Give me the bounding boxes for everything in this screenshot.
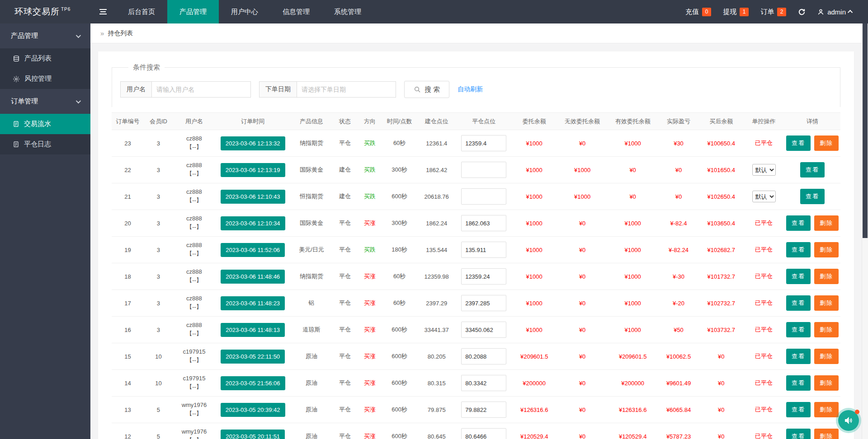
orders-label: 订单 [760, 8, 774, 16]
order-time-button[interactable]: 2023-03-06 12:13:32 [221, 136, 285, 150]
close-point-input[interactable] [461, 375, 506, 391]
closed-status-label: 已平仓 [755, 299, 773, 306]
refresh-icon[interactable] [798, 8, 806, 16]
delete-button[interactable]: 删除 [814, 135, 839, 151]
close-point-input[interactable] [461, 162, 506, 178]
menu-toggle-icon[interactable] [90, 0, 116, 23]
delete-button[interactable]: 删除 [814, 322, 839, 337]
view-button[interactable]: 查看 [800, 189, 825, 204]
column-header: 详情 [784, 113, 840, 130]
close-point-input[interactable] [461, 295, 506, 311]
close-point-input[interactable] [461, 428, 506, 439]
sound-notification-button[interactable] [838, 410, 859, 431]
auto-refresh-link[interactable]: 自动刷新 [458, 85, 483, 93]
order-time-button[interactable]: 2023-03-06 11:52:06 [221, 243, 285, 257]
control-select[interactable]: 默认 [752, 164, 776, 176]
order-time-button[interactable]: 2023-03-06 11:48:23 [221, 296, 285, 310]
view-button[interactable]: 查看 [786, 402, 811, 417]
nav-menu-item-3[interactable]: 信息管理 [270, 0, 322, 23]
username-subtext: 【--】 [175, 196, 214, 205]
close-point-input[interactable] [461, 322, 506, 338]
order-row: 183cz888【--】2023-03-06 11:48:46纳指期货平仓买涨6… [112, 263, 840, 290]
order-time-button[interactable]: 2023-03-05 21:56:06 [221, 376, 285, 390]
order-time-button[interactable]: 2023-03-05 20:11:51 [221, 430, 285, 439]
sidebar-item-close-log[interactable]: 平仓日志 [0, 134, 90, 154]
view-button[interactable]: 查看 [800, 162, 825, 177]
open-point-cell: 80.205 [417, 343, 456, 370]
order-time-button[interactable]: 2023-03-06 11:48:46 [221, 270, 285, 284]
search-button[interactable]: 搜 索 [404, 81, 449, 98]
sidebar-item-risk-control[interactable]: 风控管理 [0, 69, 90, 89]
view-button[interactable]: 查看 [786, 349, 811, 364]
control-select[interactable]: 默认 [752, 191, 776, 202]
control-cell: 已平仓 [743, 263, 784, 290]
after-balance-cell: ¥101650.4 [699, 157, 743, 183]
sidebar-group-orders[interactable]: 订单管理 [0, 89, 90, 114]
order-time-button[interactable]: 2023-03-05 22:11:50 [221, 350, 285, 364]
view-button[interactable]: 查看 [786, 375, 811, 391]
sidebar-item-product-list[interactable]: 产品列表 [0, 48, 90, 69]
direction-label: 买涨 [364, 433, 376, 439]
after-balance-cell: ¥102682.7 [699, 237, 743, 263]
order-time-button[interactable]: 2023-03-06 12:10:43 [221, 190, 285, 204]
order-time-button[interactable]: 2023-03-06 12:10:34 [221, 216, 285, 230]
open-point-cell: 1862.42 [417, 157, 456, 183]
order-time-button[interactable]: 2023-03-05 20:39:42 [221, 403, 285, 417]
recharge-badge: 0 [702, 8, 711, 16]
delete-button[interactable]: 删除 [814, 269, 839, 284]
order-time-cell: 2023-03-06 12:10:43 [215, 183, 290, 210]
close-point-cell [456, 370, 511, 397]
close-point-input[interactable] [461, 135, 506, 151]
close-point-input[interactable] [461, 215, 506, 231]
close-point-input[interactable] [461, 402, 506, 418]
username-input[interactable] [151, 81, 251, 98]
close-point-cell [456, 237, 511, 263]
close-point-input[interactable] [461, 348, 506, 364]
open-point-cell: 79.875 [417, 397, 456, 423]
view-button[interactable]: 查看 [786, 322, 811, 337]
profit-cell: ¥5787.23 [658, 423, 699, 439]
order-id-cell: 21 [112, 183, 144, 210]
detail-actions-cell: 查看删除 [784, 290, 840, 317]
order-row: 163cz888【--】2023-03-06 11:48:13道琼斯平仓买涨60… [112, 317, 840, 343]
column-header: 平仓点位 [456, 113, 511, 130]
view-button[interactable]: 查看 [786, 429, 811, 439]
direction-label: 买涨 [364, 353, 376, 360]
balance-cell: ¥209601.5 [511, 343, 557, 370]
invalid-balance-cell: ¥0 [557, 130, 608, 157]
nav-menu-item-0[interactable]: 后台首页 [116, 0, 167, 23]
delete-button[interactable]: 删除 [814, 242, 839, 257]
delete-button[interactable]: 删除 [814, 349, 839, 364]
delete-button[interactable]: 删除 [814, 402, 839, 417]
order-time-button[interactable]: 2023-03-06 12:13:19 [221, 163, 285, 177]
order-date-input[interactable] [297, 81, 396, 98]
recharge-shortcut[interactable]: 充值 0 [685, 8, 711, 16]
order-time-button[interactable]: 2023-03-06 11:48:13 [221, 323, 285, 337]
delete-button[interactable]: 删除 [814, 295, 839, 311]
user-menu[interactable]: admin [817, 8, 853, 16]
column-header: 会员ID [144, 113, 173, 130]
direction-cell: 买涨 [357, 263, 382, 290]
delete-button[interactable]: 删除 [814, 429, 839, 439]
view-button[interactable]: 查看 [786, 215, 811, 231]
orders-shortcut[interactable]: 订单 2 [760, 8, 786, 16]
view-button[interactable]: 查看 [786, 295, 811, 311]
delete-button[interactable]: 删除 [814, 375, 839, 391]
status-cell: 平仓 [333, 263, 358, 290]
scrollbar-thumb[interactable] [863, 23, 868, 238]
view-button[interactable]: 查看 [786, 242, 811, 257]
close-point-input[interactable] [461, 242, 506, 258]
delete-button[interactable]: 删除 [814, 215, 839, 231]
nav-menu-item-1[interactable]: 产品管理 [167, 0, 219, 23]
nav-menu-item-2[interactable]: 用户中心 [219, 0, 270, 23]
withdraw-shortcut[interactable]: 提现 1 [723, 8, 749, 16]
sidebar-group-product[interactable]: 产品管理 [0, 23, 90, 48]
product-cell: 国际黄金 [290, 210, 332, 237]
sidebar-item-label: 风控管理 [24, 75, 52, 83]
view-button[interactable]: 查看 [786, 269, 811, 284]
close-point-input[interactable] [461, 188, 506, 205]
sidebar-item-trade-flow[interactable]: 交易流水 [0, 114, 90, 134]
close-point-input[interactable] [461, 268, 506, 285]
view-button[interactable]: 查看 [786, 135, 811, 151]
nav-menu-item-4[interactable]: 系统管理 [322, 0, 373, 23]
